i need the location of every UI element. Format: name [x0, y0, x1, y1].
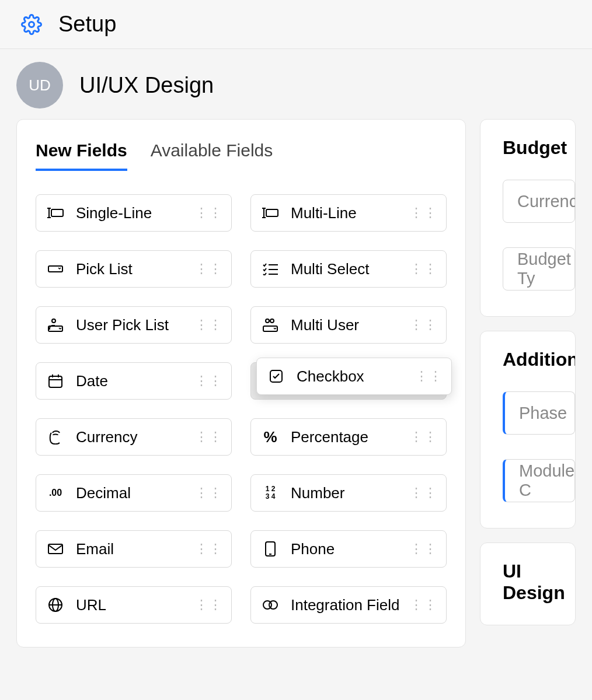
field-label: Checkbox: [297, 368, 415, 386]
svg-point-16: [270, 319, 274, 323]
tabs: New Fields Available Fields: [17, 129, 465, 171]
avatar: UD: [16, 62, 63, 108]
svg-rect-18: [49, 376, 62, 387]
field-label: Multi User: [291, 316, 410, 334]
field-user-pick-list[interactable]: User Pick List ⋮⋮: [36, 306, 232, 344]
section-title: Additional: [503, 349, 575, 370]
tab-new-fields[interactable]: New Fields: [36, 141, 127, 171]
drag-handle-icon[interactable]: ⋮⋮: [195, 373, 223, 388]
integration-icon: [262, 599, 279, 611]
svg-rect-5: [266, 209, 278, 216]
field-label: Date: [76, 372, 195, 390]
drag-handle-icon[interactable]: ⋮⋮: [195, 541, 223, 556]
field-label: Single-Line: [76, 204, 195, 222]
field-currency-input[interactable]: Currency: [503, 180, 575, 223]
field-phase-input[interactable]: Phase: [503, 391, 575, 435]
date-icon: [47, 373, 64, 388]
field-label: Multi-Line: [291, 204, 410, 222]
field-label: Email: [76, 540, 195, 558]
field-multi-user[interactable]: Multi User ⋮⋮: [250, 306, 447, 344]
drag-handle-icon[interactable]: ⋮⋮: [410, 205, 438, 220]
svg-point-0: [29, 22, 34, 27]
drag-handle-icon[interactable]: ⋮⋮: [410, 541, 438, 556]
field-single-line[interactable]: Single-Line ⋮⋮: [36, 194, 232, 232]
percentage-icon: %: [262, 428, 279, 446]
field-integration[interactable]: Integration Field ⋮⋮: [250, 586, 447, 624]
topbar: Setup: [0, 0, 592, 49]
drag-handle-icon[interactable]: ⋮⋮: [410, 597, 438, 612]
section-title: UI Design: [503, 561, 575, 604]
user-pick-icon: [47, 318, 64, 332]
field-palette-panel: New Fields Available Fields Single-Line …: [16, 119, 466, 648]
page-header: UD UI/UX Design: [0, 49, 592, 119]
url-icon: [47, 597, 64, 612]
field-label: Currency: [76, 428, 195, 446]
field-label: Number: [291, 484, 410, 502]
gear-icon: [21, 14, 42, 35]
multi-user-icon: [262, 318, 279, 332]
tab-available-fields[interactable]: Available Fields: [151, 141, 273, 171]
drag-handle-icon[interactable]: ⋮⋮: [195, 317, 223, 332]
drag-handle-icon[interactable]: ⋮⋮: [195, 597, 223, 612]
field-label: Integration Field: [291, 596, 410, 614]
multi-line-icon: [262, 207, 279, 219]
svg-rect-23: [48, 544, 62, 554]
svg-point-30: [269, 601, 277, 609]
drag-handle-icon[interactable]: ⋮⋮: [195, 429, 223, 444]
field-url[interactable]: URL ⋮⋮: [36, 586, 232, 624]
field-decimal[interactable]: .00 Decimal ⋮⋮: [36, 474, 232, 512]
drag-handle-icon[interactable]: ⋮⋮: [415, 369, 443, 384]
field-label: Percentage: [291, 428, 410, 446]
field-label: URL: [76, 596, 195, 614]
section-additional: Additional Phase Module C: [480, 331, 576, 528]
decimal-icon: .00: [47, 488, 64, 498]
section-title: Budget: [503, 137, 575, 159]
layout-sections: Budget Currency Budget Ty Additional Pha…: [480, 119, 576, 625]
section-budget: Budget Currency Budget Ty: [480, 119, 576, 317]
svg-point-13: [52, 319, 55, 323]
field-currency[interactable]: Currency ⋮⋮: [36, 418, 232, 456]
drag-handle-icon[interactable]: ⋮⋮: [195, 261, 223, 276]
field-number[interactable]: 1 23 4 Number ⋮⋮: [250, 474, 447, 512]
field-checkbox-dragging[interactable]: Checkbox ⋮⋮: [256, 358, 452, 395]
field-multi-line[interactable]: Multi-Line ⋮⋮: [250, 194, 447, 232]
field-percentage[interactable]: % Percentage ⋮⋮: [250, 418, 447, 456]
section-ui-design: UI Design: [480, 542, 576, 625]
field-module-input[interactable]: Module C: [503, 459, 575, 502]
page-section-title: Setup: [58, 12, 116, 37]
svg-rect-9: [48, 266, 62, 272]
page-title: UI/UX Design: [79, 73, 214, 98]
checkbox-icon: [267, 369, 285, 383]
drag-handle-icon[interactable]: ⋮⋮: [410, 261, 438, 276]
multi-select-icon: [262, 262, 279, 275]
svg-rect-1: [51, 209, 63, 216]
currency-icon: [47, 429, 64, 444]
email-icon: [47, 543, 64, 555]
field-label: Multi Select: [291, 260, 410, 278]
pick-list-icon: [47, 263, 64, 275]
field-multi-select[interactable]: Multi Select ⋮⋮: [250, 250, 447, 288]
drag-handle-icon[interactable]: ⋮⋮: [410, 485, 438, 501]
single-line-icon: [47, 207, 64, 219]
field-label: Phone: [291, 540, 410, 558]
field-phone[interactable]: Phone ⋮⋮: [250, 530, 447, 568]
phone-icon: [262, 541, 279, 557]
svg-point-15: [266, 319, 269, 323]
number-icon: 1 23 4: [262, 485, 279, 501]
drag-handle-icon[interactable]: ⋮⋮: [410, 429, 438, 444]
field-pick-list[interactable]: Pick List ⋮⋮: [36, 250, 232, 288]
drag-handle-icon[interactable]: ⋮⋮: [410, 317, 438, 332]
field-label: Pick List: [76, 260, 195, 278]
field-budget-type-input[interactable]: Budget Ty: [503, 247, 575, 290]
field-date[interactable]: Date ⋮⋮: [36, 362, 232, 400]
field-email[interactable]: Email ⋮⋮: [36, 530, 232, 568]
drag-handle-icon[interactable]: ⋮⋮: [195, 205, 223, 220]
field-label: User Pick List: [76, 316, 195, 334]
field-label: Decimal: [76, 484, 195, 502]
drag-handle-icon[interactable]: ⋮⋮: [195, 485, 223, 501]
